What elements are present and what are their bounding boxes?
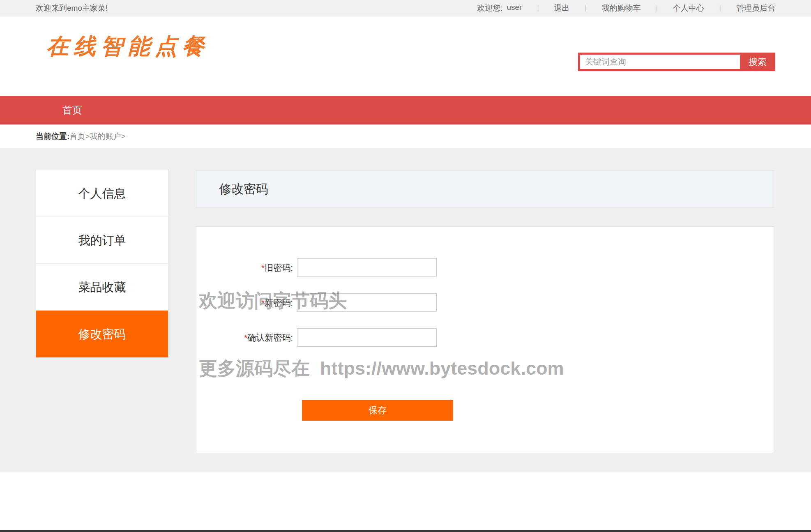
menu-separator: | — [585, 5, 587, 12]
menu-separator: | — [719, 5, 721, 12]
greeting-label: 欢迎您: — [477, 3, 502, 14]
menu-separator: | — [537, 5, 539, 12]
topbar-link-cart[interactable]: 我的购物车 — [602, 3, 641, 14]
header: 在线智能点餐 搜索 — [0, 17, 811, 96]
change-password-form: 欢迎访问字节码头 更多源码尽在 https://www.bytesdock.co… — [196, 226, 774, 453]
page-title-panel: 修改密码 — [196, 170, 774, 207]
required-mark: * — [261, 298, 265, 307]
search-button[interactable]: 搜索 — [740, 53, 775, 71]
user-greeting: 欢迎您: user — [477, 3, 522, 14]
main-nav: 首页 — [0, 96, 811, 124]
breadcrumb-bar: 当前位置: 首页>我的账户> — [0, 124, 811, 148]
new-password-label: *新密码: — [196, 293, 293, 312]
confirm-password-field[interactable] — [297, 328, 437, 347]
footer — [0, 472, 811, 532]
account-sidebar: 个人信息 我的订单 菜品收藏 修改密码 — [36, 170, 168, 358]
username: user — [507, 3, 522, 14]
footer-dark-bar — [0, 530, 811, 532]
nav-item-home[interactable]: 首页 — [62, 96, 82, 124]
old-password-field[interactable] — [297, 258, 437, 277]
new-password-row: *新密码: — [196, 293, 437, 312]
sidebar-item-my-orders[interactable]: 我的订单 — [36, 217, 168, 264]
required-mark: * — [261, 263, 265, 272]
sidebar-item-change-password[interactable]: 修改密码 — [36, 311, 168, 357]
old-password-row: *旧密码: — [196, 258, 437, 277]
topbar-link-logout[interactable]: 退出 — [554, 3, 570, 14]
topbar-menu: 欢迎您: user | 退出 | 我的购物车 | 个人中心 | 管理员后台 — [477, 3, 775, 14]
sidebar-item-dish-favorites[interactable]: 菜品收藏 — [36, 264, 168, 311]
topbar-link-profile-center[interactable]: 个人中心 — [673, 3, 704, 14]
confirm-password-row: *确认新密码: — [196, 328, 437, 347]
topbar-link-admin[interactable]: 管理员后台 — [736, 3, 775, 14]
old-password-label: *旧密码: — [196, 258, 293, 277]
site-logo[interactable]: 在线智能点餐 — [46, 32, 209, 62]
search-box: 搜索 — [578, 53, 775, 71]
save-button[interactable]: 保存 — [302, 400, 453, 421]
topbar: 欢迎来到emo主家菜! 欢迎您: user | 退出 | 我的购物车 | 个人中… — [0, 0, 811, 16]
breadcrumb-prefix: 当前位置: — [36, 131, 69, 142]
welcome-text: 欢迎来到emo主家菜! — [36, 3, 108, 14]
watermark-line2: 更多源码尽在 https://www.bytesdock.com — [199, 357, 564, 380]
confirm-password-label: *确认新密码: — [196, 328, 293, 347]
content-area: 个人信息 我的订单 菜品收藏 修改密码 修改密码 欢迎访问字节码头 更多源码尽在… — [0, 148, 811, 472]
required-mark: * — [244, 333, 247, 342]
sidebar-item-personal-info[interactable]: 个人信息 — [36, 170, 168, 217]
search-input[interactable] — [580, 55, 740, 69]
menu-separator: | — [656, 5, 658, 12]
new-password-field[interactable] — [297, 293, 437, 312]
breadcrumb[interactable]: 首页>我的账户> — [69, 131, 125, 142]
page-title: 修改密码 — [196, 171, 774, 207]
